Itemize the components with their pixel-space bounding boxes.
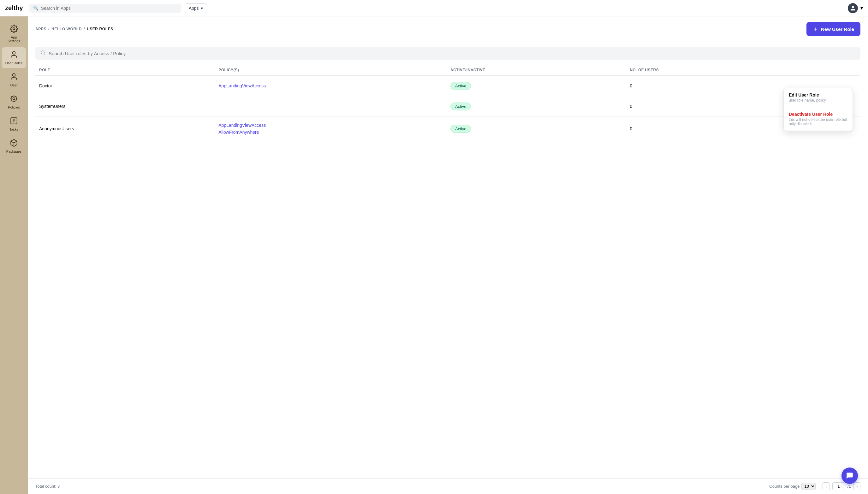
user-roles-icon <box>10 51 18 60</box>
svg-point-2 <box>13 74 16 76</box>
sidebar: App Settings User Roles User <box>0 16 28 494</box>
policy-link[interactable]: AllowFromAnywhere <box>218 129 443 136</box>
svg-line-19 <box>44 54 45 55</box>
sidebar-item-label: App Settings <box>4 35 23 43</box>
topbar: zelthy 🔍 Apps ▾ ▾ <box>0 0 868 16</box>
table-footer: Total count: 3 Counts per page 10 25 50 … <box>28 478 868 494</box>
per-page-label: Counts per page <box>769 484 799 489</box>
per-page-selector: Counts per page 10 25 50 <box>769 483 817 490</box>
user-dropdown-icon[interactable]: ▾ <box>861 5 863 11</box>
logo: zelthy <box>5 4 23 12</box>
context-menu: Edit User Role user role name, policy De… <box>783 88 853 131</box>
role-status: Active <box>447 96 626 117</box>
sidebar-item-policies[interactable]: Policies <box>2 92 26 112</box>
table-search-icon <box>40 50 45 56</box>
table-search-input[interactable] <box>49 51 855 56</box>
chevron-down-icon: ▾ <box>201 6 203 11</box>
col-status: ACTIVE/INACTIVE <box>447 65 626 76</box>
svg-point-1 <box>13 52 16 54</box>
sidebar-item-label: Tasks <box>10 128 18 131</box>
policy-link[interactable]: AppLandingViewAccess <box>218 82 443 89</box>
edit-menu-title: Edit User Role <box>789 92 848 97</box>
role-policies: AppLandingViewAccess AllowFromAnywhere <box>215 117 447 141</box>
breadcrumb-hello-world[interactable]: HELLO WORLD <box>52 27 82 31</box>
topbar-right: ▾ <box>848 3 863 13</box>
plus-icon: ＋ <box>813 25 818 33</box>
roles-table-wrap: ROLE POLICY(S) ACTIVE/INACTIVE NO. OF US… <box>28 65 868 478</box>
sidebar-item-user-roles[interactable]: User Roles <box>2 47 26 68</box>
role-name: AnonymousUsers <box>35 117 215 141</box>
svg-line-12 <box>11 101 12 101</box>
content-area: APPS / HELLO WORLD / USER ROLES ＋ New Us… <box>28 16 868 494</box>
col-role: ROLE <box>35 65 215 76</box>
breadcrumb-sep-1: / <box>48 27 50 31</box>
svg-line-10 <box>16 101 16 101</box>
packages-icon <box>10 139 18 148</box>
status-badge: Active <box>450 125 471 133</box>
sidebar-item-app-settings[interactable]: App Settings <box>2 21 26 46</box>
svg-line-11 <box>16 96 16 97</box>
avatar[interactable] <box>848 3 858 13</box>
total-count: Total count: 3 <box>35 484 60 489</box>
tasks-icon <box>10 117 18 126</box>
page-header: APPS / HELLO WORLD / USER ROLES ＋ New Us… <box>28 16 868 42</box>
edit-user-role-menu-item[interactable]: Edit User Role user role name, policy <box>784 88 852 107</box>
role-name: Doctor <box>35 76 215 96</box>
role-status: Active <box>447 76 626 96</box>
per-page-select[interactable]: 10 25 50 <box>801 483 816 490</box>
role-users: 0 <box>626 76 780 96</box>
deactivate-user-role-menu-item[interactable]: Deactivate User Role this will not delet… <box>784 107 852 131</box>
sidebar-item-packages[interactable]: Packages <box>2 136 26 156</box>
col-policies: POLICY(S) <box>215 65 447 76</box>
sidebar-item-label: Packages <box>6 150 21 153</box>
table-row: Doctor AppLandingViewAccess Active 0 ⋮ <box>35 76 861 96</box>
deactivate-menu-title: Deactivate User Role <box>789 112 848 117</box>
status-badge: Active <box>450 82 471 90</box>
chat-bubble-button[interactable] <box>842 468 858 484</box>
table-row: AnonymousUsers AppLandingViewAccess Allo… <box>35 117 861 141</box>
app-settings-icon <box>10 25 18 34</box>
main-layout: App Settings User Roles User <box>0 16 868 494</box>
page-number-input[interactable] <box>832 482 845 490</box>
global-search-wrap: 🔍 <box>29 4 181 13</box>
roles-table: ROLE POLICY(S) ACTIVE/INACTIVE NO. OF US… <box>35 65 861 141</box>
breadcrumb-current: USER ROLES <box>87 27 113 31</box>
role-policies <box>215 96 447 117</box>
status-badge: Active <box>450 102 471 110</box>
sidebar-item-label: Policies <box>8 106 20 109</box>
role-status: Active <box>447 117 626 141</box>
search-icon: 🔍 <box>33 6 38 11</box>
svg-point-0 <box>13 28 15 30</box>
role-users: 0 <box>626 96 780 117</box>
col-users: NO. OF USERS <box>626 65 780 76</box>
table-search-bar <box>35 47 861 60</box>
breadcrumb: APPS / HELLO WORLD / USER ROLES <box>35 27 113 31</box>
sidebar-item-tasks[interactable]: Tasks <box>2 114 26 134</box>
app-selector[interactable]: Apps ▾ <box>185 3 207 13</box>
svg-point-3 <box>13 98 15 100</box>
prev-page-button[interactable]: ‹ <box>823 482 830 490</box>
table-row: SystemUsers Active 0 ⋮ <box>35 96 861 117</box>
user-icon <box>10 73 18 82</box>
breadcrumb-sep-2: / <box>84 27 85 31</box>
breadcrumb-apps[interactable]: APPS <box>35 27 47 31</box>
policy-link[interactable]: AppLandingViewAccess <box>218 122 443 129</box>
policies-icon <box>10 95 18 104</box>
sidebar-item-user[interactable]: User <box>2 70 26 90</box>
global-search-input[interactable] <box>41 6 177 11</box>
sidebar-item-label: User Roles <box>5 61 22 65</box>
footer-right: Counts per page 10 25 50 ‹ /1 › <box>769 482 861 490</box>
svg-point-4 <box>11 96 16 101</box>
total-pages: /1 <box>848 484 851 489</box>
svg-point-18 <box>41 51 44 54</box>
edit-menu-desc: user role name, policy <box>789 98 848 102</box>
sidebar-item-label: User <box>10 83 17 87</box>
next-page-button[interactable]: › <box>853 482 861 490</box>
role-users: 0 <box>626 117 780 141</box>
new-user-role-button[interactable]: ＋ New User Role <box>807 22 861 36</box>
pagination: ‹ /1 › <box>823 482 861 490</box>
role-policies: AppLandingViewAccess <box>215 76 447 96</box>
role-name: SystemUsers <box>35 96 215 117</box>
col-actions <box>780 65 861 76</box>
deactivate-menu-desc: this will not delete the user role but o… <box>789 117 848 126</box>
